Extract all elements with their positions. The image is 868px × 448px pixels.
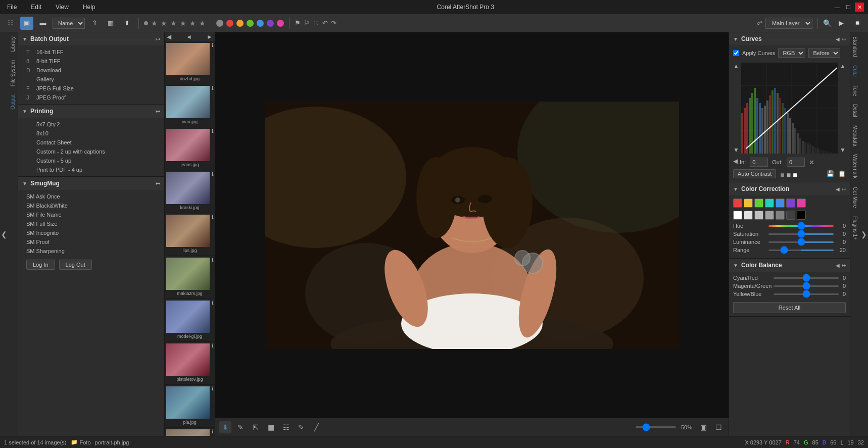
fit-view-button[interactable]: ▣ <box>697 421 709 433</box>
film-item-pistoletov[interactable]: pistoletov.jpg ℹ <box>165 342 215 385</box>
list-item[interactable]: SM Sharpening <box>18 246 164 256</box>
list-item[interactable]: J JPEG Proof <box>18 93 164 102</box>
star-4[interactable]: ★ <box>180 19 186 27</box>
cc-color-magenta[interactable] <box>797 198 806 208</box>
saturation-slider[interactable] <box>768 233 834 235</box>
compare-view-button[interactable]: ▬ <box>36 17 50 30</box>
gray-point-picker[interactable]: ■ <box>787 171 791 179</box>
main-layer-select[interactable]: Main Layer <box>765 18 812 29</box>
curves-channel-select[interactable]: RGB <box>778 48 805 58</box>
color-label-red[interactable] <box>226 20 233 27</box>
auto-contrast-button[interactable]: Auto Contrast <box>733 169 776 178</box>
cc-color-red[interactable] <box>733 198 742 208</box>
list-item[interactable]: D Download <box>18 66 164 75</box>
color-label-gray[interactable] <box>216 20 223 27</box>
curves-expand-right[interactable]: ↦ <box>842 36 846 42</box>
tab-tone[interactable]: Tone <box>851 81 859 101</box>
cc-color-cyan[interactable] <box>765 198 774 208</box>
curves-clear-button[interactable]: ✕ <box>809 159 814 166</box>
reset-all-button[interactable]: Reset All <box>733 302 846 313</box>
right-panel-expand[interactable]: ❯ <box>860 32 868 436</box>
tab-watermark[interactable]: Watermark <box>851 150 859 183</box>
overlay-tool[interactable]: ▦ <box>265 421 277 433</box>
list-item[interactable]: 8x10 <box>18 129 164 138</box>
list-item[interactable]: SM Full Size <box>18 219 164 228</box>
cc-color-green[interactable] <box>754 198 763 208</box>
single-view-button[interactable]: ▣ <box>20 17 33 30</box>
cc-expand-left[interactable]: ◀ <box>836 186 840 192</box>
search-button[interactable]: 🔍 <box>823 19 832 27</box>
color-balance-header[interactable]: ▼ Color Balance ◀ ↦ <box>729 259 850 272</box>
apply-curves-checkbox[interactable] <box>733 50 739 56</box>
cc-color-lgray[interactable] <box>744 211 753 220</box>
color-label-green[interactable] <box>247 20 254 27</box>
viewer-image-area[interactable] <box>215 32 729 418</box>
filmstrip-scroll[interactable]: dozhd.jpg ℹ ivan.jpg ℹ jeans.jpg ℹ krask… <box>165 41 215 436</box>
color-correction-header[interactable]: ▼ Color Correction ◀ ↦ <box>729 182 850 195</box>
close-button[interactable]: ✕ <box>855 3 864 12</box>
curves-copy-button[interactable]: 💾 <box>827 170 834 177</box>
printing-pin[interactable]: ↦ <box>156 108 160 115</box>
curves-up-arrow[interactable]: ▲ <box>733 63 739 70</box>
zoom-slider[interactable] <box>636 426 676 428</box>
unflag-button[interactable]: ⚐ <box>304 19 310 27</box>
list-item[interactable]: SM Proof <box>18 237 164 246</box>
curves-out-input[interactable] <box>787 158 805 167</box>
list-item[interactable]: Gallery <box>18 75 164 84</box>
list-item[interactable]: Print to PDF - 4 up <box>18 165 164 174</box>
star-5[interactable]: ★ <box>189 19 196 27</box>
cc-color-white[interactable] <box>733 211 742 220</box>
film-scroll-left[interactable]: ◄ <box>186 33 192 40</box>
cc-color-blue[interactable] <box>776 198 785 208</box>
list-item[interactable]: SM File Name <box>18 210 164 219</box>
batch-output-pin[interactable]: ↦ <box>156 36 160 42</box>
star-2[interactable]: ★ <box>161 19 167 27</box>
curves-up-arrow-right[interactable]: ▲ <box>840 63 846 70</box>
menu-view[interactable]: View <box>53 3 72 12</box>
menu-file[interactable]: File <box>4 3 20 12</box>
actual-size-button[interactable]: ☐ <box>712 421 725 433</box>
film-prev[interactable]: ◀ <box>167 33 171 40</box>
list-item[interactable]: Custom - 2 up with captions <box>18 147 164 156</box>
curves-paste-button[interactable]: 📋 <box>838 170 846 177</box>
smugmug-pin[interactable]: ↦ <box>156 180 160 187</box>
tab-standard[interactable]: Standard <box>851 32 859 61</box>
cb-expand-right[interactable]: ↦ <box>842 263 846 268</box>
star-6[interactable]: ★ <box>199 19 206 27</box>
film-item-dozhd[interactable]: dozhd.jpg ℹ <box>165 41 215 84</box>
color-label-blue[interactable] <box>257 20 264 27</box>
range-slider[interactable] <box>768 250 834 251</box>
select-tool[interactable]: ⬇ <box>219 421 231 433</box>
tab-output[interactable]: Output <box>9 90 17 114</box>
crop-tool[interactable]: ⇱ <box>250 421 262 433</box>
list-item[interactable]: 5x7 Qty.2 <box>18 120 164 129</box>
reject-button[interactable]: ⛌ <box>313 19 319 27</box>
fullscreen-button[interactable]: ▶ <box>835 17 848 30</box>
menu-edit[interactable]: Edit <box>28 3 44 12</box>
smugmug-header[interactable]: ▼ SmugMug ↦ <box>18 177 164 190</box>
curves-down-arrow[interactable]: ▼ <box>733 146 739 154</box>
star-3[interactable]: ★ <box>170 19 177 27</box>
star-1[interactable]: ★ <box>151 19 158 27</box>
flag-button[interactable]: ⚑ <box>295 19 301 27</box>
luminance-slider[interactable] <box>768 241 834 243</box>
film-item-lips[interactable]: lips.jpg ℹ <box>165 213 215 256</box>
cyan-red-slider[interactable] <box>774 277 839 279</box>
curves-canvas[interactable] <box>741 63 838 154</box>
cc-color-gray1[interactable] <box>754 211 763 220</box>
color-label-purple[interactable] <box>267 20 274 27</box>
curves-left-arrow[interactable]: ◀ <box>733 158 738 165</box>
black-point-picker[interactable]: ■ <box>780 171 784 179</box>
curves-expand-left[interactable]: ◀ <box>836 36 840 42</box>
tab-detail[interactable]: Detail <box>851 100 859 121</box>
white-point-picker[interactable]: ■ <box>793 171 797 179</box>
sort-filter-button[interactable]: ▦ <box>104 17 117 30</box>
tab-library[interactable]: Library <box>9 32 17 56</box>
menu-help[interactable]: Help <box>80 3 99 12</box>
minimize-button[interactable]: — <box>833 3 842 12</box>
cc-color-purple[interactable] <box>786 198 795 208</box>
film-item-ivan[interactable]: ivan.jpg ℹ <box>165 84 215 127</box>
tab-get-more[interactable]: Get More <box>851 183 859 212</box>
color-label-orange[interactable] <box>236 20 244 27</box>
yellow-blue-slider[interactable] <box>774 293 839 295</box>
